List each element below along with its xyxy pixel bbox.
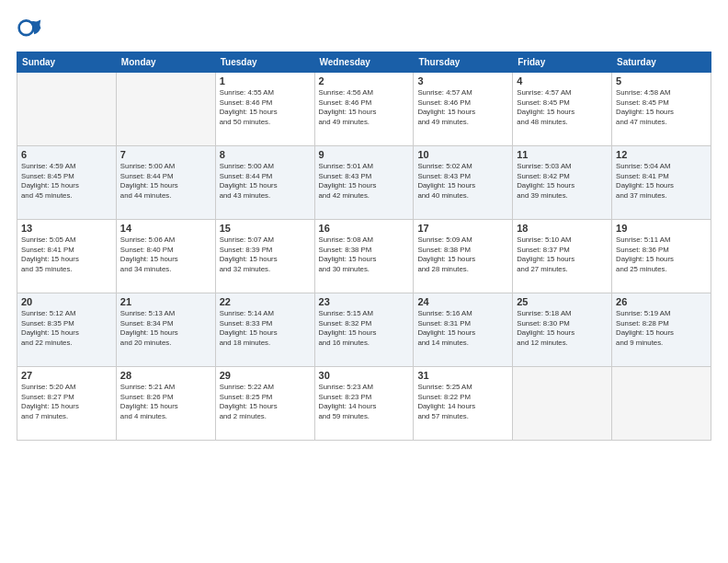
day-number: 27 xyxy=(21,370,112,381)
calendar: SundayMondayTuesdayWednesdayThursdayFrid… xyxy=(17,52,711,441)
day-number: 23 xyxy=(319,296,410,307)
weekday-header-wednesday: Wednesday xyxy=(314,52,414,73)
day-info: Sunrise: 5:11 AMSunset: 8:36 PMDaylight:… xyxy=(616,236,707,274)
day-info: Sunrise: 5:21 AMSunset: 8:26 PMDaylight:… xyxy=(120,383,211,421)
day-info: Sunrise: 5:20 AMSunset: 8:27 PMDaylight:… xyxy=(21,383,112,421)
calendar-cell: 3Sunrise: 4:57 AMSunset: 8:46 PMDaylight… xyxy=(414,73,513,146)
day-number: 30 xyxy=(319,370,410,381)
calendar-cell: 24Sunrise: 5:16 AMSunset: 8:31 PMDayligh… xyxy=(414,293,513,367)
day-info: Sunrise: 5:07 AMSunset: 8:39 PMDaylight:… xyxy=(220,236,311,274)
day-number: 19 xyxy=(616,223,707,234)
day-info: Sunrise: 4:57 AMSunset: 8:45 PMDaylight:… xyxy=(517,88,608,127)
day-info: Sunrise: 5:19 AMSunset: 8:28 PMDaylight:… xyxy=(616,309,707,348)
logo-icon xyxy=(17,17,42,42)
day-info: Sunrise: 5:06 AMSunset: 8:40 PMDaylight:… xyxy=(120,236,211,274)
day-info: Sunrise: 5:00 AMSunset: 8:44 PMDaylight:… xyxy=(220,162,311,201)
weekday-header-saturday: Saturday xyxy=(612,52,711,73)
weekday-header-sunday: Sunday xyxy=(17,52,117,73)
day-number: 13 xyxy=(21,223,112,234)
day-number: 16 xyxy=(319,223,410,234)
day-info: Sunrise: 5:14 AMSunset: 8:33 PMDaylight:… xyxy=(220,309,311,348)
day-info: Sunrise: 5:25 AMSunset: 8:22 PMDaylight:… xyxy=(417,383,508,421)
day-info: Sunrise: 5:03 AMSunset: 8:42 PMDaylight:… xyxy=(517,162,608,201)
day-number: 11 xyxy=(517,149,608,160)
calendar-cell: 20Sunrise: 5:12 AMSunset: 8:35 PMDayligh… xyxy=(17,293,117,367)
day-info: Sunrise: 5:05 AMSunset: 8:41 PMDaylight:… xyxy=(21,236,112,274)
weekday-header-thursday: Thursday xyxy=(414,52,513,73)
svg-point-0 xyxy=(19,20,34,35)
day-info: Sunrise: 5:13 AMSunset: 8:34 PMDaylight:… xyxy=(120,309,211,348)
day-number: 10 xyxy=(417,149,508,160)
weekday-header-row: SundayMondayTuesdayWednesdayThursdayFrid… xyxy=(17,52,711,73)
day-number: 31 xyxy=(417,370,508,381)
calendar-cell: 28Sunrise: 5:21 AMSunset: 8:26 PMDayligh… xyxy=(116,367,215,441)
calendar-cell: 18Sunrise: 5:10 AMSunset: 8:37 PMDayligh… xyxy=(513,220,612,293)
day-info: Sunrise: 5:18 AMSunset: 8:30 PMDaylight:… xyxy=(517,309,608,348)
day-info: Sunrise: 4:57 AMSunset: 8:46 PMDaylight:… xyxy=(417,88,508,127)
day-number: 7 xyxy=(120,149,211,160)
calendar-cell: 14Sunrise: 5:06 AMSunset: 8:40 PMDayligh… xyxy=(116,220,215,293)
day-number: 29 xyxy=(220,370,311,381)
calendar-cell: 4Sunrise: 4:57 AMSunset: 8:45 PMDaylight… xyxy=(513,73,612,146)
week-row-4: 20Sunrise: 5:12 AMSunset: 8:35 PMDayligh… xyxy=(17,293,711,367)
calendar-cell xyxy=(17,73,117,146)
calendar-cell: 22Sunrise: 5:14 AMSunset: 8:33 PMDayligh… xyxy=(215,293,314,367)
calendar-cell: 16Sunrise: 5:08 AMSunset: 8:38 PMDayligh… xyxy=(314,220,414,293)
day-info: Sunrise: 4:56 AMSunset: 8:46 PMDaylight:… xyxy=(319,88,410,127)
day-number: 24 xyxy=(417,296,508,307)
page: SundayMondayTuesdayWednesdayThursdayFrid… xyxy=(0,0,728,563)
calendar-cell: 5Sunrise: 4:58 AMSunset: 8:45 PMDaylight… xyxy=(612,73,711,146)
calendar-cell: 6Sunrise: 4:59 AMSunset: 8:45 PMDaylight… xyxy=(17,146,117,220)
day-number: 18 xyxy=(517,223,608,234)
calendar-cell: 23Sunrise: 5:15 AMSunset: 8:32 PMDayligh… xyxy=(314,293,414,367)
calendar-cell xyxy=(116,73,215,146)
day-info: Sunrise: 5:08 AMSunset: 8:38 PMDaylight:… xyxy=(319,236,410,274)
calendar-cell: 21Sunrise: 5:13 AMSunset: 8:34 PMDayligh… xyxy=(116,293,215,367)
day-info: Sunrise: 5:00 AMSunset: 8:44 PMDaylight:… xyxy=(120,162,211,201)
calendar-cell xyxy=(612,367,711,441)
day-number: 21 xyxy=(120,296,211,307)
calendar-cell: 8Sunrise: 5:00 AMSunset: 8:44 PMDaylight… xyxy=(215,146,314,220)
calendar-cell: 7Sunrise: 5:00 AMSunset: 8:44 PMDaylight… xyxy=(116,146,215,220)
logo xyxy=(17,17,46,42)
calendar-cell: 19Sunrise: 5:11 AMSunset: 8:36 PMDayligh… xyxy=(612,220,711,293)
calendar-cell: 17Sunrise: 5:09 AMSunset: 8:38 PMDayligh… xyxy=(414,220,513,293)
day-number: 1 xyxy=(220,75,311,86)
weekday-header-friday: Friday xyxy=(513,52,612,73)
calendar-cell: 25Sunrise: 5:18 AMSunset: 8:30 PMDayligh… xyxy=(513,293,612,367)
day-info: Sunrise: 5:10 AMSunset: 8:37 PMDaylight:… xyxy=(517,236,608,274)
day-number: 15 xyxy=(220,223,311,234)
day-number: 25 xyxy=(517,296,608,307)
calendar-cell: 12Sunrise: 5:04 AMSunset: 8:41 PMDayligh… xyxy=(612,146,711,220)
week-row-3: 13Sunrise: 5:05 AMSunset: 8:41 PMDayligh… xyxy=(17,220,711,293)
day-info: Sunrise: 4:59 AMSunset: 8:45 PMDaylight:… xyxy=(21,162,112,201)
day-info: Sunrise: 5:23 AMSunset: 8:23 PMDaylight:… xyxy=(319,383,410,421)
day-number: 6 xyxy=(21,149,112,160)
calendar-cell: 13Sunrise: 5:05 AMSunset: 8:41 PMDayligh… xyxy=(17,220,117,293)
day-info: Sunrise: 5:01 AMSunset: 8:43 PMDaylight:… xyxy=(319,162,410,201)
day-number: 12 xyxy=(616,149,707,160)
day-number: 14 xyxy=(120,223,211,234)
day-number: 26 xyxy=(616,296,707,307)
day-number: 20 xyxy=(21,296,112,307)
day-info: Sunrise: 5:16 AMSunset: 8:31 PMDaylight:… xyxy=(417,309,508,348)
calendar-cell xyxy=(513,367,612,441)
day-number: 3 xyxy=(417,75,508,86)
calendar-cell: 10Sunrise: 5:02 AMSunset: 8:43 PMDayligh… xyxy=(414,146,513,220)
day-number: 17 xyxy=(417,223,508,234)
day-number: 5 xyxy=(616,75,707,86)
calendar-cell: 2Sunrise: 4:56 AMSunset: 8:46 PMDaylight… xyxy=(314,73,414,146)
calendar-cell: 26Sunrise: 5:19 AMSunset: 8:28 PMDayligh… xyxy=(612,293,711,367)
day-number: 28 xyxy=(120,370,211,381)
week-row-1: 1Sunrise: 4:55 AMSunset: 8:46 PMDaylight… xyxy=(17,73,711,146)
day-number: 8 xyxy=(220,149,311,160)
weekday-header-monday: Monday xyxy=(116,52,215,73)
day-info: Sunrise: 5:22 AMSunset: 8:25 PMDaylight:… xyxy=(220,383,311,421)
day-info: Sunrise: 5:12 AMSunset: 8:35 PMDaylight:… xyxy=(21,309,112,348)
day-info: Sunrise: 5:04 AMSunset: 8:41 PMDaylight:… xyxy=(616,162,707,201)
calendar-cell: 1Sunrise: 4:55 AMSunset: 8:46 PMDaylight… xyxy=(215,73,314,146)
calendar-cell: 9Sunrise: 5:01 AMSunset: 8:43 PMDaylight… xyxy=(314,146,414,220)
weekday-header-tuesday: Tuesday xyxy=(215,52,314,73)
day-number: 4 xyxy=(517,75,608,86)
header xyxy=(17,17,711,42)
